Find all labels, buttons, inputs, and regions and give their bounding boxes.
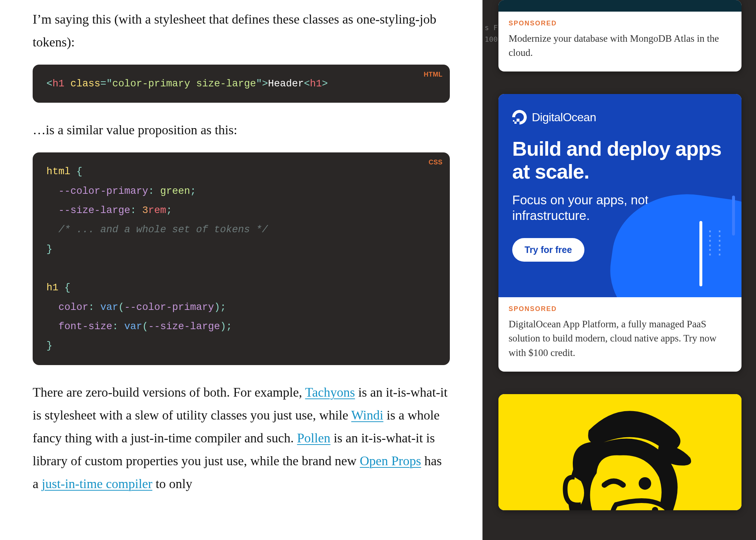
svg-rect-0 [517,119,519,122]
code-language-badge: HTML [424,68,443,81]
digitalocean-logo: DigitalOcean [512,110,728,124]
cta-button[interactable]: Try for free [512,238,584,262]
code-line: h1 { [46,278,436,297]
sponsored-label: SPONSORED [509,305,731,313]
code-line: /* ... and a whole set of tokens */ [46,220,436,239]
code-line: font-size: var(--size-large); [46,317,436,336]
code-line [46,259,436,278]
link-open-props[interactable]: Open Props [360,454,421,468]
code-line: --color-primary: green; [46,181,436,201]
svg-rect-1 [514,122,517,124]
decorative-line [732,196,735,236]
svg-point-3 [639,477,651,490]
ad-hero [498,394,741,510]
code-line: } [46,336,436,355]
code-line: <h1 class="color-primary size-large">Hea… [46,74,436,93]
code-line: color: var(--color-primary); [46,298,436,317]
article-paragraph: I’m saying this (with a stylesheet that … [33,8,450,54]
ad-text: Modernize your database with MongoDB Atl… [509,32,731,60]
link-pollen[interactable]: Pollen [297,431,330,445]
article-paragraph: …is a similar value proposition as this: [33,119,450,142]
code-block-html: HTML <h1 class="color-primary size-large… [33,65,450,103]
decorative-dots: :::::: [706,228,726,256]
code-line: html { [46,162,436,181]
code-line: } [46,240,436,259]
digitalocean-icon [512,110,527,124]
sidebar: s Fl 100 SPONSORED Modernize your databa… [482,0,756,540]
code-language-badge: CSS [428,156,443,169]
brand-name: DigitalOcean [532,111,596,124]
svg-rect-2 [513,120,514,122]
ad-text: DigitalOcean App Platform, a fully manag… [509,317,731,360]
ad-image-strip [498,0,741,12]
code-block-css: CSS html { --color-primary: green; --siz… [33,152,450,365]
mailchimp-freddie-icon [542,399,698,510]
link-jit-compiler[interactable]: just-in-time compiler [42,476,152,491]
link-windi[interactable]: Windi [351,408,383,422]
article-paragraph: There are zero-build versions of both. F… [33,381,450,495]
decorative-line [699,221,702,286]
article-main: I’m saying this (with a stylesheet that … [0,0,482,540]
sponsored-label: SPONSORED [509,20,731,27]
ad-headline: Build and deploy apps at scale. [512,138,728,183]
link-tachyons[interactable]: Tachyons [305,385,355,400]
ad-card-digitalocean[interactable]: :::::: DigitalOcean Build and deploy app… [498,94,741,371]
ad-card-mongodb[interactable]: SPONSORED Modernize your database with M… [498,0,741,71]
ad-card-mailchimp[interactable] [498,394,741,510]
code-line: --size-large: 3rem; [46,201,436,220]
ad-hero: :::::: DigitalOcean Build and deploy app… [498,94,741,297]
